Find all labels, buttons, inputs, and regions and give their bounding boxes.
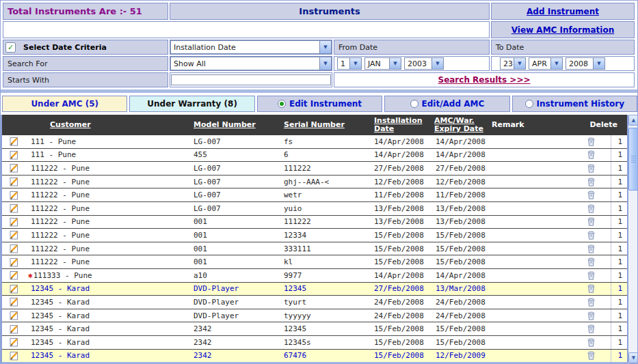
customer-column-header[interactable]: Customer xyxy=(25,121,188,129)
expiry-cell: 15/Feb/2008 xyxy=(430,244,490,253)
delete-row-button[interactable] xyxy=(571,324,611,333)
select-date-criteria-label: Select Date Criteria xyxy=(19,43,107,52)
model-cell: a10 xyxy=(188,271,278,280)
delete-row-button[interactable] xyxy=(571,191,611,199)
serial-number-column-header[interactable]: Serial Number xyxy=(278,121,367,129)
tabs-bar: Under AMC (5)Under Warranty (8)Edit Inst… xyxy=(2,96,637,112)
edit-row-button[interactable] xyxy=(2,337,25,347)
customer-cell: 12345 - Karad xyxy=(31,311,90,320)
installation-date-column-header[interactable]: Installation Date xyxy=(367,117,430,133)
installation-cell: 15/Feb/2008 xyxy=(367,324,430,333)
starts-with-input[interactable] xyxy=(171,74,331,85)
model-cell: 2342 xyxy=(188,324,278,333)
add-instrument-cell: Add Instrument xyxy=(491,3,635,20)
delete-row-button[interactable] xyxy=(571,178,611,186)
tab-under-amc-5[interactable]: Under AMC (5) xyxy=(2,96,127,112)
count-cell: 1 xyxy=(611,216,626,229)
table-row: ✱12345 - Karad DVD-Player 12345 27/Feb/2… xyxy=(2,283,627,296)
installation-cell: 13/Feb/2008 xyxy=(367,204,430,213)
tab-instrument-history[interactable]: Instrument History xyxy=(512,96,637,112)
remark-column-header: Remark xyxy=(490,121,571,129)
date-criteria-select[interactable]: Installation Date ▼ xyxy=(170,40,332,54)
date-criteria-value: Installation Date xyxy=(171,43,319,52)
tab-label: Under AMC (5) xyxy=(31,99,98,109)
edit-row-button[interactable] xyxy=(2,177,25,186)
edit-row-button[interactable] xyxy=(2,244,25,253)
edit-row-button[interactable] xyxy=(2,204,25,213)
delete-row-button[interactable] xyxy=(571,284,611,293)
edit-row-button[interactable] xyxy=(2,311,25,320)
installation-cell: 27/Feb/2008 xyxy=(367,284,430,293)
delete-column-header: Delete xyxy=(571,121,626,129)
trash-icon xyxy=(587,150,595,159)
scrollbar-down-button[interactable]: ▼ xyxy=(628,352,638,363)
edit-row-button[interactable] xyxy=(2,150,25,160)
edit-icon xyxy=(10,244,18,253)
installation-cell: 15/Feb/2008 xyxy=(367,244,430,253)
delete-row-button[interactable] xyxy=(571,204,611,213)
to-day-select[interactable]: 23▼ xyxy=(500,57,526,70)
count-cell: 1 xyxy=(611,255,626,268)
serial-cell: 12334 xyxy=(278,231,367,240)
delete-row-button[interactable] xyxy=(571,351,611,360)
vertical-scrollbar[interactable]: ▲ ▼ xyxy=(628,115,638,363)
tab-edit-instrument[interactable]: Edit Instrument xyxy=(257,96,382,112)
count-cell: 1 xyxy=(611,242,626,255)
edit-row-button[interactable] xyxy=(2,191,25,200)
tab-under-warranty-8[interactable]: Under Warranty (8) xyxy=(129,96,254,112)
delete-row-button[interactable] xyxy=(571,217,611,226)
trash-icon xyxy=(587,351,595,360)
select-date-criteria-checkbox[interactable]: ✓ xyxy=(5,42,16,53)
edit-row-button[interactable] xyxy=(2,297,25,307)
delete-row-button[interactable] xyxy=(571,164,611,173)
edit-icon xyxy=(10,257,18,267)
add-instrument-link[interactable]: Add Instrument xyxy=(527,7,599,16)
delete-row-button[interactable] xyxy=(571,298,611,307)
table-row: ✱111222 - Pune LG-007 yuio 13/Feb/2008 1… xyxy=(2,202,627,216)
to-date-cell: To Date xyxy=(491,40,635,55)
edit-row-button[interactable] xyxy=(2,230,25,240)
delete-row-button[interactable] xyxy=(571,338,611,347)
scrollbar-track[interactable] xyxy=(628,126,638,352)
edit-icon xyxy=(10,337,18,347)
search-for-select[interactable]: Show All ▼ xyxy=(170,57,332,70)
top-text-input[interactable] xyxy=(3,21,490,38)
to-year-select[interactable]: 2008▼ xyxy=(566,57,605,70)
edit-row-button[interactable] xyxy=(2,163,25,173)
to-month-select[interactable]: APR▼ xyxy=(529,57,563,70)
scrollbar-up-button[interactable]: ▲ xyxy=(628,115,638,126)
delete-row-button[interactable] xyxy=(571,137,611,146)
edit-row-button[interactable] xyxy=(2,257,25,267)
serial-cell: yuio xyxy=(278,204,367,213)
total-instruments-label: Total Instruments Are :- 51 xyxy=(3,3,168,20)
edit-row-button[interactable] xyxy=(2,137,25,146)
edit-row-button[interactable] xyxy=(2,351,25,361)
edit-row-button[interactable] xyxy=(2,270,25,280)
delete-row-button[interactable] xyxy=(571,231,611,240)
chevron-down-icon: ▼ xyxy=(349,58,361,69)
view-amc-cell: View AMC Information xyxy=(491,21,635,38)
chevron-down-icon: ▼ xyxy=(514,58,525,69)
chevron-down-icon: ▼ xyxy=(319,41,331,53)
table-row: ✱111222 - Pune LG-007 wetr 11/Feb/2008 1… xyxy=(2,188,627,202)
view-amc-information-link[interactable]: View AMC Information xyxy=(511,25,614,35)
edit-row-button[interactable] xyxy=(2,284,25,294)
delete-row-button[interactable] xyxy=(571,257,611,266)
delete-row-button[interactable] xyxy=(571,244,611,253)
to-date-label: To Date xyxy=(492,43,524,52)
search-results-link[interactable]: Search Results >>> xyxy=(438,75,530,85)
delete-row-button[interactable] xyxy=(571,271,611,280)
from-month-select[interactable]: JAN▼ xyxy=(364,57,401,70)
amc-war-expiry-column-header[interactable]: AMC/War. Expiry Date xyxy=(430,117,490,133)
expiry-cell: 13/Feb/2008 xyxy=(430,217,490,226)
edit-row-button[interactable] xyxy=(2,324,25,334)
delete-row-button[interactable] xyxy=(571,150,611,159)
tab-edit-add-amc[interactable]: Edit/Add AMC xyxy=(384,96,509,112)
from-day-select[interactable]: 1▼ xyxy=(337,57,362,70)
scrollbar-thumb[interactable] xyxy=(628,128,638,191)
edit-row-button[interactable] xyxy=(2,217,25,227)
delete-row-button[interactable] xyxy=(571,311,611,320)
model-number-column-header[interactable]: Model Number xyxy=(188,121,278,129)
model-cell: 001 xyxy=(188,244,278,253)
from-year-select[interactable]: 2003▼ xyxy=(404,57,444,70)
